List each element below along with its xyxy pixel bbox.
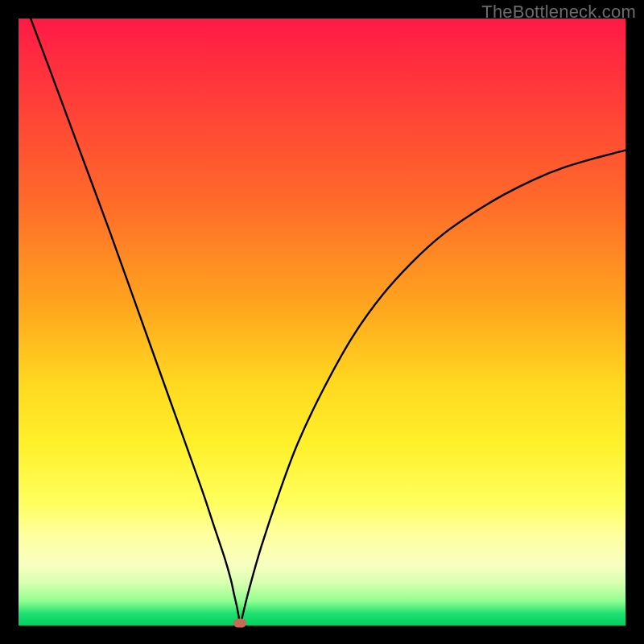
chart-frame: TheBottleneck.com: [0, 0, 644, 644]
chart-curve: [19, 19, 625, 625]
optimum-marker: [233, 619, 246, 628]
chart-plot-area: [19, 19, 625, 625]
watermark-text: TheBottleneck.com: [481, 2, 636, 23]
bottleneck-curve-path: [31, 19, 625, 625]
